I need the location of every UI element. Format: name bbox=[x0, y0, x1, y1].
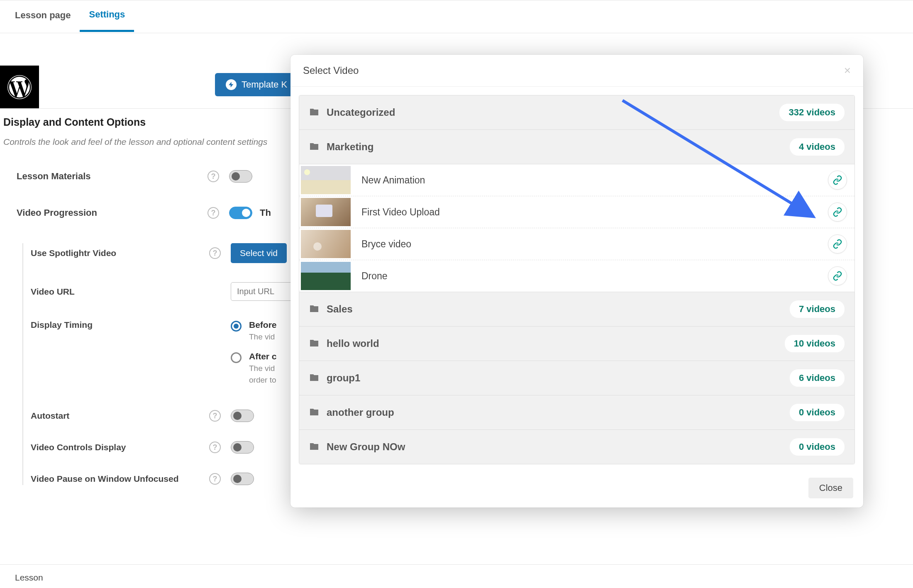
timing-after-desc2: order to bbox=[249, 376, 277, 385]
template-kit-label: Template K bbox=[242, 79, 287, 90]
wordpress-icon bbox=[7, 75, 32, 99]
link-icon[interactable] bbox=[828, 266, 847, 285]
folder-icon bbox=[309, 442, 319, 453]
close-icon[interactable]: × bbox=[844, 64, 851, 77]
folder-row[interactable]: another group0 videos bbox=[299, 395, 854, 430]
folder-icon bbox=[309, 107, 319, 118]
timing-before-title: Before bbox=[249, 320, 277, 330]
video-progression-label: Video Progression bbox=[17, 207, 208, 218]
video-pause-label: Video Pause on Window Unfocused bbox=[31, 474, 209, 484]
folder-count-badge: 0 videos bbox=[790, 438, 845, 456]
folder-name: New Group NOw bbox=[327, 441, 405, 453]
template-kit-button[interactable]: Template K bbox=[215, 73, 298, 96]
lesson-materials-label: Lesson Materials bbox=[17, 171, 208, 182]
video-row: Bryce video bbox=[299, 228, 854, 260]
video-row: First Video Upload bbox=[299, 196, 854, 228]
autostart-toggle[interactable] bbox=[231, 410, 254, 422]
folder-icon bbox=[309, 142, 319, 153]
lesson-materials-toggle[interactable] bbox=[229, 170, 252, 183]
folder-icon bbox=[309, 304, 319, 315]
video-row: Drone bbox=[299, 260, 854, 292]
folder-count-badge: 0 videos bbox=[790, 404, 845, 421]
folder-count-badge: 6 videos bbox=[790, 369, 845, 387]
video-progression-toggle[interactable] bbox=[229, 207, 252, 219]
video-thumbnail bbox=[301, 198, 351, 226]
video-url-label: Video URL bbox=[31, 287, 209, 297]
folder-name: Uncategorized bbox=[327, 107, 395, 118]
folder-name: Sales bbox=[327, 303, 353, 315]
folder-name: Marketing bbox=[327, 141, 374, 153]
link-icon[interactable] bbox=[828, 203, 847, 222]
use-spotlightr-label: Use Spotlightr Video bbox=[31, 248, 209, 258]
tab-lesson-page[interactable]: Lesson page bbox=[6, 2, 80, 31]
timing-after-desc: The vid bbox=[249, 364, 277, 373]
help-icon[interactable]: ? bbox=[209, 410, 221, 422]
help-icon[interactable]: ? bbox=[209, 442, 221, 453]
video-row: New Animation bbox=[299, 164, 854, 196]
timing-before-radio[interactable] bbox=[231, 321, 242, 332]
autostart-label: Autostart bbox=[31, 411, 209, 421]
video-name: Bryce video bbox=[361, 239, 411, 250]
video-thumbnail bbox=[301, 262, 351, 290]
timing-after-title: After c bbox=[249, 351, 277, 361]
select-video-button[interactable]: Select vid bbox=[231, 243, 287, 263]
video-thumbnail bbox=[301, 166, 351, 194]
section-title: Display and Content Options bbox=[3, 116, 146, 128]
folder-count-badge: 10 videos bbox=[785, 335, 845, 352]
help-icon[interactable]: ? bbox=[209, 473, 221, 485]
display-timing-label: Display Timing bbox=[31, 320, 209, 330]
folder-name: group1 bbox=[327, 372, 360, 384]
section-description: Controls the look and feel of the lesson… bbox=[3, 137, 267, 147]
folder-count-badge: 4 videos bbox=[790, 138, 845, 156]
folder-row[interactable]: Uncategorized332 videos bbox=[299, 95, 854, 130]
folder-list: Uncategorized332 videosMarketing4 videos… bbox=[299, 95, 855, 464]
top-tabs: Lesson page Settings bbox=[0, 0, 913, 33]
folder-name: another group bbox=[327, 407, 394, 418]
folder-row[interactable]: Sales7 videos bbox=[299, 292, 854, 327]
wordpress-logo[interactable] bbox=[0, 66, 39, 108]
timing-after-radio[interactable] bbox=[231, 352, 242, 363]
tab-settings[interactable]: Settings bbox=[80, 2, 134, 32]
folder-icon bbox=[309, 373, 319, 384]
modal-title: Select Video bbox=[303, 65, 359, 76]
folder-icon bbox=[309, 338, 319, 349]
bolt-icon bbox=[226, 79, 237, 90]
folder-count-badge: 332 videos bbox=[779, 104, 845, 121]
help-icon[interactable]: ? bbox=[209, 247, 221, 259]
folder-count-badge: 7 videos bbox=[790, 300, 845, 318]
folder-row[interactable]: group16 videos bbox=[299, 361, 854, 395]
video-progression-suffix: Th bbox=[260, 207, 271, 218]
help-icon[interactable]: ? bbox=[208, 171, 219, 182]
link-icon[interactable] bbox=[828, 171, 847, 190]
video-name: New Animation bbox=[361, 175, 425, 186]
video-name: Drone bbox=[361, 271, 388, 282]
video-thumbnail bbox=[301, 230, 351, 258]
timing-before-desc: The vid bbox=[249, 332, 277, 342]
folder-icon bbox=[309, 407, 319, 418]
video-pause-toggle[interactable] bbox=[231, 473, 254, 485]
select-video-modal: Select Video × Uncategorized332 videosMa… bbox=[290, 55, 863, 507]
video-controls-label: Video Controls Display bbox=[31, 442, 209, 452]
folder-row[interactable]: New Group NOw0 videos bbox=[299, 430, 854, 464]
help-icon[interactable]: ? bbox=[208, 207, 219, 219]
video-name: First Video Upload bbox=[361, 207, 440, 218]
folder-row[interactable]: hello world10 videos bbox=[299, 327, 854, 361]
folder-row[interactable]: Marketing4 videos bbox=[299, 130, 854, 164]
footer-label: Lesson bbox=[15, 573, 43, 583]
close-button[interactable]: Close bbox=[808, 478, 853, 498]
link-icon[interactable] bbox=[828, 234, 847, 254]
video-list: New AnimationFirst Video UploadBryce vid… bbox=[299, 164, 854, 292]
folder-name: hello world bbox=[327, 338, 379, 349]
video-controls-toggle[interactable] bbox=[231, 441, 254, 454]
